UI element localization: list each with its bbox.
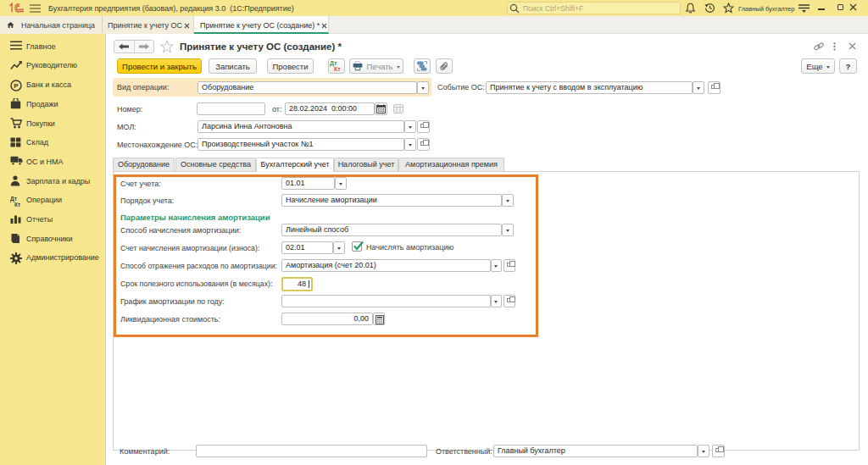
svg-text:Р: Р xyxy=(14,82,19,90)
svg-text:Кт: Кт xyxy=(334,66,341,72)
svg-text:Кт: Кт xyxy=(14,201,20,207)
